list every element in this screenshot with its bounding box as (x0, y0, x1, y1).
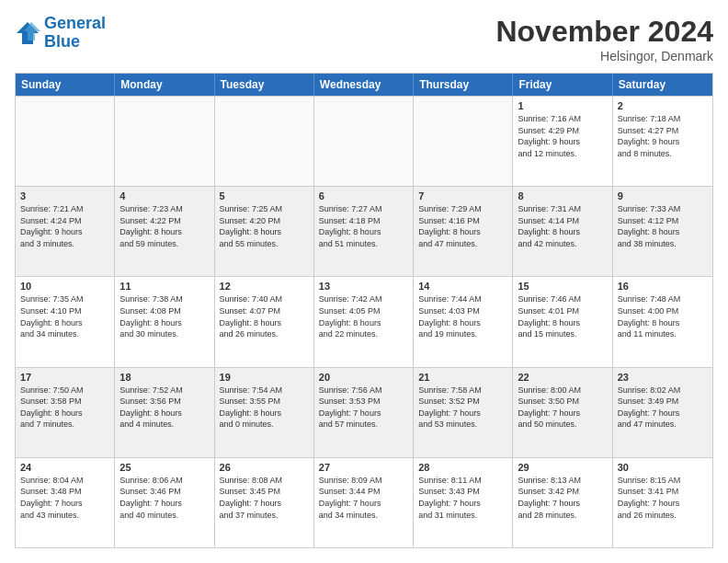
calendar-cell: 20Sunrise: 7:56 AM Sunset: 3:53 PM Dayli… (314, 368, 414, 457)
day-info: Sunrise: 8:13 AM Sunset: 3:42 PM Dayligh… (518, 475, 607, 521)
logo-text: General Blue (44, 15, 106, 52)
calendar-row-1: 3Sunrise: 7:21 AM Sunset: 4:24 PM Daylig… (16, 186, 712, 276)
day-number: 29 (518, 462, 607, 473)
calendar-cell: 23Sunrise: 8:02 AM Sunset: 3:49 PM Dayli… (613, 368, 712, 457)
calendar-cell: 6Sunrise: 7:27 AM Sunset: 4:18 PM Daylig… (314, 187, 414, 276)
day-info: Sunrise: 8:02 AM Sunset: 3:49 PM Dayligh… (618, 385, 708, 431)
day-number: 17 (20, 372, 109, 383)
calendar-cell: 27Sunrise: 8:09 AM Sunset: 3:44 PM Dayli… (314, 458, 414, 547)
calendar-cell: 21Sunrise: 7:58 AM Sunset: 3:52 PM Dayli… (414, 368, 513, 457)
day-info: Sunrise: 7:48 AM Sunset: 4:00 PM Dayligh… (618, 293, 708, 339)
calendar-cell: 5Sunrise: 7:25 AM Sunset: 4:20 PM Daylig… (215, 187, 314, 276)
day-number: 25 (119, 462, 209, 473)
location: Helsingor, Denmark (495, 49, 713, 63)
day-number: 13 (319, 281, 408, 292)
day-info: Sunrise: 7:42 AM Sunset: 4:05 PM Dayligh… (319, 293, 408, 339)
logo: General Blue (15, 15, 106, 52)
calendar-cell: 22Sunrise: 8:00 AM Sunset: 3:50 PM Dayli… (513, 368, 612, 457)
day-number: 7 (418, 190, 507, 201)
day-info: Sunrise: 7:29 AM Sunset: 4:16 PM Dayligh… (418, 203, 507, 249)
calendar-cell: 13Sunrise: 7:42 AM Sunset: 4:05 PM Dayli… (314, 277, 414, 366)
day-info: Sunrise: 7:25 AM Sunset: 4:20 PM Dayligh… (220, 203, 309, 249)
weekday-header-tuesday: Tuesday (215, 74, 314, 96)
logo-blue: Blue (44, 32, 80, 51)
calendar-header: SundayMondayTuesdayWednesdayThursdayFrid… (16, 74, 712, 96)
calendar-cell (414, 97, 513, 186)
day-number: 6 (319, 190, 408, 201)
calendar-cell: 12Sunrise: 7:40 AM Sunset: 4:07 PM Dayli… (215, 277, 314, 366)
calendar-cell (16, 97, 115, 186)
day-number: 23 (618, 372, 708, 383)
calendar-cell (314, 97, 414, 186)
calendar-cell: 28Sunrise: 8:11 AM Sunset: 3:43 PM Dayli… (414, 458, 513, 547)
day-info: Sunrise: 7:27 AM Sunset: 4:18 PM Dayligh… (319, 203, 408, 249)
day-info: Sunrise: 7:40 AM Sunset: 4:07 PM Dayligh… (220, 293, 309, 339)
day-number: 4 (119, 190, 209, 201)
calendar-cell: 8Sunrise: 7:31 AM Sunset: 4:14 PM Daylig… (513, 187, 612, 276)
day-number: 21 (418, 372, 507, 383)
calendar-cell: 19Sunrise: 7:54 AM Sunset: 3:55 PM Dayli… (215, 368, 314, 457)
weekday-header-sunday: Sunday (16, 74, 115, 96)
weekday-header-thursday: Thursday (414, 74, 513, 96)
day-number: 16 (618, 281, 708, 292)
day-info: Sunrise: 7:46 AM Sunset: 4:01 PM Dayligh… (518, 293, 607, 339)
header: General Blue November 2024 Helsingor, De… (15, 15, 713, 63)
calendar-cell: 15Sunrise: 7:46 AM Sunset: 4:01 PM Dayli… (513, 277, 612, 366)
day-number: 11 (119, 281, 209, 292)
day-number: 5 (220, 190, 309, 201)
day-number: 18 (119, 372, 209, 383)
day-info: Sunrise: 7:33 AM Sunset: 4:12 PM Dayligh… (618, 203, 708, 249)
calendar-cell (215, 97, 314, 186)
day-number: 28 (418, 462, 507, 473)
weekday-header-wednesday: Wednesday (314, 74, 414, 96)
day-info: Sunrise: 8:11 AM Sunset: 3:43 PM Dayligh… (418, 475, 507, 521)
day-info: Sunrise: 8:06 AM Sunset: 3:46 PM Dayligh… (119, 475, 209, 521)
day-number: 1 (518, 100, 607, 111)
day-number: 26 (220, 462, 309, 473)
day-info: Sunrise: 8:15 AM Sunset: 3:41 PM Dayligh… (618, 475, 708, 521)
calendar-row-3: 17Sunrise: 7:50 AM Sunset: 3:58 PM Dayli… (16, 367, 712, 457)
calendar-cell: 3Sunrise: 7:21 AM Sunset: 4:24 PM Daylig… (16, 187, 115, 276)
weekday-header-friday: Friday (513, 74, 612, 96)
day-number: 14 (418, 281, 507, 292)
calendar-cell: 4Sunrise: 7:23 AM Sunset: 4:22 PM Daylig… (115, 187, 214, 276)
calendar-cell (115, 97, 214, 186)
calendar-row-2: 10Sunrise: 7:35 AM Sunset: 4:10 PM Dayli… (16, 276, 712, 366)
calendar-cell: 16Sunrise: 7:48 AM Sunset: 4:00 PM Dayli… (613, 277, 712, 366)
day-info: Sunrise: 7:50 AM Sunset: 3:58 PM Dayligh… (20, 385, 109, 431)
day-info: Sunrise: 8:04 AM Sunset: 3:48 PM Dayligh… (20, 475, 109, 521)
day-info: Sunrise: 7:35 AM Sunset: 4:10 PM Dayligh… (20, 293, 109, 339)
day-info: Sunrise: 8:09 AM Sunset: 3:44 PM Dayligh… (319, 475, 408, 521)
day-number: 12 (220, 281, 309, 292)
day-info: Sunrise: 7:23 AM Sunset: 4:22 PM Dayligh… (119, 203, 209, 249)
day-info: Sunrise: 7:31 AM Sunset: 4:14 PM Dayligh… (518, 203, 607, 249)
calendar-cell: 14Sunrise: 7:44 AM Sunset: 4:03 PM Dayli… (414, 277, 513, 366)
day-number: 9 (618, 190, 708, 201)
day-info: Sunrise: 7:58 AM Sunset: 3:52 PM Dayligh… (418, 385, 507, 431)
calendar-cell: 26Sunrise: 8:08 AM Sunset: 3:45 PM Dayli… (215, 458, 314, 547)
title-block: November 2024 Helsingor, Denmark (495, 15, 713, 63)
day-info: Sunrise: 7:38 AM Sunset: 4:08 PM Dayligh… (119, 293, 209, 339)
calendar-cell: 30Sunrise: 8:15 AM Sunset: 3:41 PM Dayli… (613, 458, 712, 547)
page: General Blue November 2024 Helsingor, De… (0, 0, 728, 563)
calendar-cell: 25Sunrise: 8:06 AM Sunset: 3:46 PM Dayli… (115, 458, 214, 547)
calendar-cell: 9Sunrise: 7:33 AM Sunset: 4:12 PM Daylig… (613, 187, 712, 276)
weekday-header-saturday: Saturday (613, 74, 712, 96)
day-info: Sunrise: 7:52 AM Sunset: 3:56 PM Dayligh… (119, 385, 209, 431)
day-info: Sunrise: 7:16 AM Sunset: 4:29 PM Dayligh… (518, 113, 607, 159)
logo-general: General (44, 14, 106, 32)
calendar-cell: 18Sunrise: 7:52 AM Sunset: 3:56 PM Dayli… (115, 368, 214, 457)
day-info: Sunrise: 8:08 AM Sunset: 3:45 PM Dayligh… (220, 475, 309, 521)
day-number: 22 (518, 372, 607, 383)
day-info: Sunrise: 8:00 AM Sunset: 3:50 PM Dayligh… (518, 385, 607, 431)
day-info: Sunrise: 7:56 AM Sunset: 3:53 PM Dayligh… (319, 385, 408, 431)
day-number: 20 (319, 372, 408, 383)
day-info: Sunrise: 7:21 AM Sunset: 4:24 PM Dayligh… (20, 203, 109, 249)
day-number: 8 (518, 190, 607, 201)
calendar-cell: 2Sunrise: 7:18 AM Sunset: 4:27 PM Daylig… (613, 97, 712, 186)
calendar-body: 1Sunrise: 7:16 AM Sunset: 4:29 PM Daylig… (16, 96, 712, 547)
calendar-cell: 29Sunrise: 8:13 AM Sunset: 3:42 PM Dayli… (513, 458, 612, 547)
calendar-cell: 24Sunrise: 8:04 AM Sunset: 3:48 PM Dayli… (16, 458, 115, 547)
calendar-cell: 7Sunrise: 7:29 AM Sunset: 4:16 PM Daylig… (414, 187, 513, 276)
calendar-cell: 10Sunrise: 7:35 AM Sunset: 4:10 PM Dayli… (16, 277, 115, 366)
